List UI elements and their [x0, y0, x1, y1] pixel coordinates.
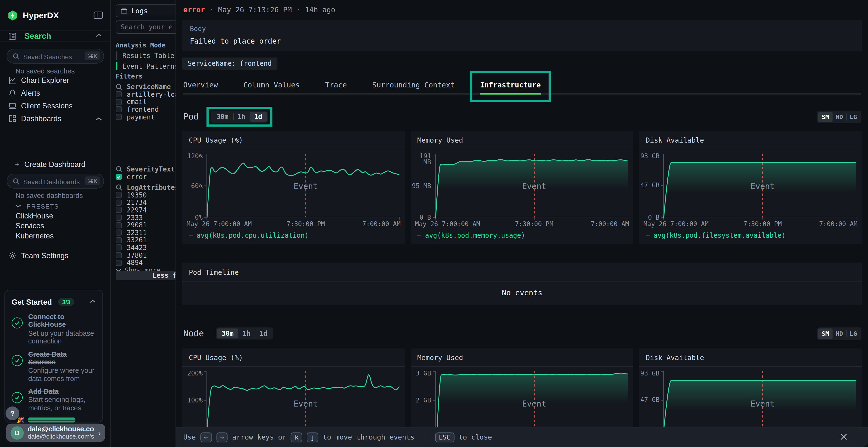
node-size-control: SMMDLG [817, 327, 861, 340]
close-icon[interactable] [839, 432, 848, 441]
legend-series-name: avg(k8s.pod.memory.usage) [425, 232, 525, 239]
presets-toggle[interactable]: PRESETS [16, 203, 59, 210]
event-marker-label: Event [751, 399, 775, 408]
j-key: j [307, 432, 318, 442]
node-range-option-1d[interactable]: 1d [255, 329, 272, 338]
event-search-input[interactable]: Search your e [116, 21, 176, 34]
checkbox-unchecked[interactable] [116, 252, 122, 258]
filter-option-label: 33261 [127, 236, 147, 244]
checkbox-unchecked[interactable] [116, 260, 122, 266]
filter-option[interactable]: 29081 [116, 221, 176, 229]
preset-item-kubernetes[interactable]: Kubernetes [16, 232, 54, 240]
collapse-sidebar-icon[interactable] [94, 11, 103, 19]
filter-option[interactable]: 2333 [116, 214, 176, 221]
pod-size-option-lg[interactable]: LG [846, 111, 860, 122]
sidebar-item-team-settings[interactable]: Team Settings [0, 250, 110, 263]
filter-option[interactable]: artillery-loa [116, 91, 176, 98]
filter-option[interactable]: frontend [116, 106, 176, 113]
filter-option[interactable]: 33261 [116, 237, 176, 244]
checkbox-unchecked[interactable] [116, 245, 122, 251]
node-size-option-md[interactable]: MD [832, 328, 846, 339]
filter-option-label: 29081 [127, 221, 147, 229]
legend-swatch: — [646, 232, 650, 239]
filter-option-label: 37801 [127, 251, 147, 259]
pod-size-option-sm[interactable]: SM [818, 111, 832, 122]
node-size-option-lg[interactable]: LG [846, 328, 860, 339]
chevron-up-icon[interactable] [90, 299, 96, 304]
node-section-header: Node 30m1h1d SMMDLG [183, 325, 862, 342]
filter-option[interactable]: 37801 [116, 251, 176, 259]
preset-item-clickhouse[interactable]: ClickHouse [16, 212, 53, 220]
get-started-item-text: Create Data SourcesConfigure where your … [28, 350, 96, 383]
help-button[interactable]: ? [5, 407, 19, 420]
create-dashboard-button[interactable]: +Create Dashboard [15, 161, 85, 169]
check-circle-icon [11, 355, 23, 366]
checkbox-unchecked[interactable] [116, 106, 122, 112]
checkbox-unchecked[interactable] [116, 207, 122, 213]
tab-infrastructure[interactable]: Infrastructure [480, 77, 541, 94]
x-tick-label: 7:00:00 AM [362, 220, 401, 228]
checkbox-unchecked[interactable] [116, 92, 122, 98]
filter-option[interactable]: 21734 [116, 199, 176, 206]
filter-option[interactable]: 19350 [116, 191, 176, 199]
body-label: Body [190, 25, 206, 33]
checkbox-unchecked[interactable] [116, 192, 122, 198]
tab-overview[interactable]: Overview [183, 77, 218, 94]
sidebar-item-label: Chart Explorer [21, 76, 69, 84]
filter-option[interactable]: email [116, 98, 176, 106]
checkbox-unchecked[interactable] [116, 99, 122, 105]
checkbox-unchecked[interactable] [116, 230, 122, 236]
tab-trace[interactable]: Trace [325, 77, 347, 94]
source-selector-button[interactable]: Logs [116, 4, 176, 17]
filter-option[interactable]: payment [116, 113, 176, 121]
tab-surrounding-context[interactable]: Surrounding Context [372, 77, 455, 94]
tab-label: Overview [183, 81, 218, 89]
checkbox-unchecked[interactable] [116, 200, 122, 206]
pod-size-option-md[interactable]: MD [832, 111, 846, 122]
analysis-mode-results-table[interactable]: Results Table [116, 51, 174, 60]
sidebar-item-dashboards[interactable]: Dashboards [0, 113, 110, 126]
user-profile-chip[interactable]: D dale@clickhouse.com dale@clickhouse.co… [6, 424, 105, 442]
checkbox-checked[interactable] [116, 174, 122, 180]
filter-group-name: SeverityText [127, 166, 175, 173]
pod-range-option-1d[interactable]: 1d [250, 112, 267, 122]
service-tag-chip[interactable]: ServiceName: frontend [182, 58, 277, 70]
sidebar-item-alerts[interactable]: Alerts [0, 88, 110, 100]
chart-plot: 191 MB95 MB0 BEvent [411, 153, 633, 217]
filter-option[interactable]: 32311 [116, 229, 176, 236]
y-tick-label: 2 GB [411, 398, 431, 404]
sidebar-item-chart-explorer[interactable]: Chart Explorer [0, 75, 110, 88]
checkbox-unchecked[interactable] [116, 237, 122, 243]
saved-searches-input[interactable]: Saved Searches ⌘K [7, 49, 104, 64]
y-tick-label: 0 B [411, 215, 431, 220]
saved-dashboards-input[interactable]: Saved Dashboards ⌘K [7, 174, 104, 188]
severity-badge: error [183, 5, 205, 14]
checkbox-unchecked[interactable] [116, 222, 122, 228]
sidebar-item-search[interactable]: Search [0, 32, 110, 42]
pod-range-option-1h[interactable]: 1h [233, 112, 250, 122]
pod-range-option-30m[interactable]: 30m [212, 112, 233, 122]
node-range-option-1h[interactable]: 1h [238, 329, 255, 338]
filter-option[interactable]: 22974 [116, 206, 176, 214]
analysis-mode-event-patterns[interactable]: Event Patterns [116, 62, 176, 70]
filter-group-header: SeverityText [116, 166, 176, 173]
filter-option[interactable]: error [116, 173, 176, 181]
node-size-option-sm[interactable]: SM [818, 328, 832, 339]
preset-item-services[interactable]: Services [16, 222, 44, 230]
legend-series-name: avg(k8s.pod.filesystem.available) [654, 232, 785, 239]
shortcut-badge: ⌘K [85, 176, 100, 185]
node-range-option-30m[interactable]: 30m [217, 329, 238, 338]
filter-option[interactable]: 4894 [116, 259, 176, 266]
legend-series-name: avg(k8s.pod.cpu.utilization) [197, 232, 309, 239]
sidebar-item-client-sessions[interactable]: Client Sessions [0, 101, 110, 113]
filter-option[interactable]: 34423 [116, 244, 176, 251]
divider [111, 38, 176, 38]
checkbox-unchecked[interactable] [116, 114, 122, 120]
less-filters-button[interactable]: Less fil [116, 271, 176, 280]
tab-column-values[interactable]: Column Values [243, 77, 300, 94]
sidebar-item-label: Dashboards [21, 114, 61, 123]
chart-title: Disk Available [639, 348, 862, 367]
checkbox-unchecked[interactable] [116, 215, 122, 220]
y-tick-label: 93 GB [640, 153, 660, 159]
y-axis: 93 GB47 GB0 B [639, 153, 663, 217]
